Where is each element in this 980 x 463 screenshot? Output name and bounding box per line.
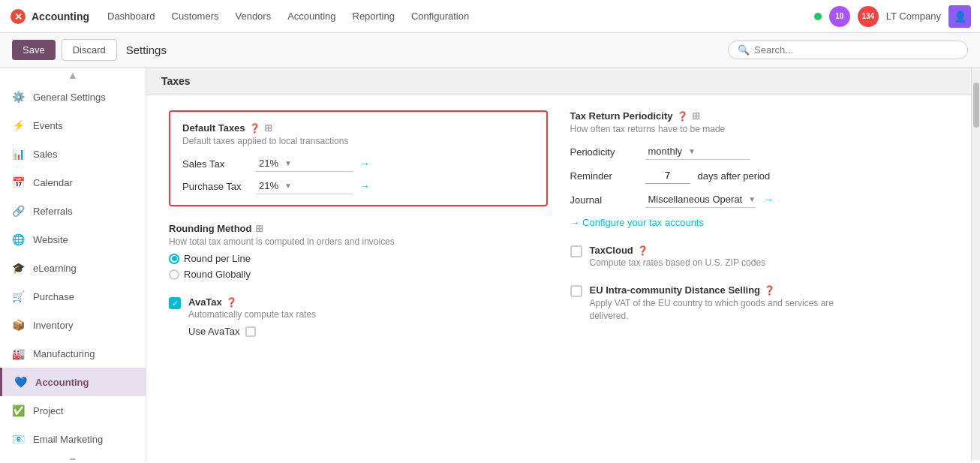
sidebar-label-purchase: Purchase (33, 291, 74, 302)
journal-row: Journal Miscellaneous Operat ▼ → (570, 191, 949, 208)
matrix-icon-tax-return[interactable]: ⊞ (692, 110, 700, 122)
purchase-tax-select[interactable]: 21% ▼ (256, 178, 353, 194)
status-indicator (814, 13, 822, 20)
periodicity-label: Periodicity (570, 146, 638, 158)
journal-arrow[interactable]: → (763, 194, 774, 206)
reminder-row: Reminder days after period (570, 167, 949, 184)
settings-grid: Default Taxes ❓ ⊞ Default taxes applied … (169, 110, 948, 337)
page-title: Settings (126, 44, 167, 56)
use-avatax-checkbox[interactable] (245, 326, 256, 337)
sidebar-item-elearning[interactable]: 🎓 eLearning (0, 254, 146, 282)
nav-configuration[interactable]: Configuration (404, 6, 476, 26)
section-header-taxes: Taxes (146, 68, 971, 95)
sidebar-scroll-up[interactable]: ▲ (0, 68, 146, 83)
sidebar-item-email-marketing[interactable]: 📧 Email Marketing (0, 425, 146, 453)
journal-label: Journal (570, 194, 638, 206)
periodicity-dropdown-icon[interactable]: ▼ (688, 147, 696, 155)
radio-circle-empty (169, 269, 179, 280)
radio-round-globally[interactable]: Round Globally (169, 269, 548, 280)
scrollbar-right[interactable] (971, 68, 980, 460)
sidebar-label-general-settings: General Settings (33, 92, 106, 103)
avatar[interactable]: 👤 (948, 5, 971, 28)
purchase-tax-arrow[interactable]: → (359, 180, 370, 192)
help-icon-default-taxes[interactable]: ❓ (249, 123, 260, 134)
matrix-icon-default-taxes[interactable]: ⊞ (264, 122, 272, 134)
project-icon: ✅ (11, 403, 26, 418)
periodicity-select[interactable]: monthly ▼ (645, 143, 750, 160)
nav-reporting[interactable]: Reporting (345, 6, 402, 26)
logo[interactable]: ✕ Accounting (9, 8, 89, 26)
eu-intra-title: EU Intra-community Distance Selling ❓ (590, 284, 852, 296)
app-name: Accounting (32, 11, 89, 23)
email-marketing-icon: 📧 (11, 431, 26, 446)
help-icon-eu-intra[interactable]: ❓ (764, 285, 775, 296)
discard-button[interactable]: Discard (62, 39, 117, 61)
sidebar-item-website[interactable]: 🌐 Website (0, 225, 146, 254)
sales-tax-arrow[interactable]: → (359, 158, 370, 170)
help-icon-avatax[interactable]: ❓ (226, 297, 237, 308)
sidebar-item-inventory[interactable]: 📦 Inventory (0, 311, 146, 339)
notification-badge-2[interactable]: 134 (858, 6, 879, 27)
periodicity-row: Periodicity monthly ▼ (570, 143, 949, 160)
sidebar-scroll-down[interactable]: ▼ (0, 453, 146, 460)
nav-dashboard[interactable]: Dashboard (100, 6, 163, 26)
scrollbar-thumb[interactable] (973, 83, 979, 128)
events-icon: ⚡ (11, 118, 26, 133)
notification-badge-1[interactable]: 10 (829, 6, 850, 27)
sales-tax-value: 21% (256, 155, 281, 171)
sales-tax-dropdown-icon[interactable]: ▼ (284, 159, 292, 167)
help-icon-taxcloud[interactable]: ❓ (637, 245, 648, 256)
reminder-input[interactable] (645, 167, 690, 184)
nav-vendors[interactable]: Vendors (227, 6, 278, 26)
main-layout: ▲ ⚙️ General Settings ⚡ Events 📊 Sales 📅… (0, 68, 980, 460)
taxcloud-subtitle: Compute tax rates based on U.S. ZIP code… (590, 257, 766, 268)
website-icon: 🌐 (11, 232, 26, 247)
general-settings-icon: ⚙️ (11, 89, 26, 104)
avatax-checkbox[interactable]: ✓ (169, 297, 181, 309)
journal-dropdown-icon[interactable]: ▼ (748, 195, 756, 203)
sidebar-item-accounting[interactable]: 💙 Accounting (0, 368, 146, 396)
topnav: ✕ Accounting Dashboard Customers Vendors… (0, 0, 980, 33)
sidebar-item-referrals[interactable]: 🔗 Referrals (0, 197, 146, 225)
default-taxes-title: Default Taxes ❓ ⊞ (182, 122, 534, 134)
sidebar-item-events[interactable]: ⚡ Events (0, 111, 146, 140)
purchase-tax-value: 21% (256, 178, 281, 194)
help-icon-tax-return[interactable]: ❓ (677, 111, 688, 122)
sidebar-label-events: Events (33, 120, 63, 131)
nav-menu: Dashboard Customers Vendors Accounting R… (100, 6, 811, 26)
accounting-icon: 💙 (13, 374, 28, 389)
sidebar-item-sales[interactable]: 📊 Sales (0, 140, 146, 168)
sidebar-label-calendar: Calendar (33, 177, 73, 188)
content-inner: Default Taxes ❓ ⊞ Default taxes applied … (146, 95, 971, 352)
configure-tax-accounts-link[interactable]: → Configure your tax accounts (570, 217, 704, 228)
save-button[interactable]: Save (12, 40, 56, 60)
reminder-label: Reminder (570, 170, 638, 182)
radio-round-per-line[interactable]: Round per Line (169, 253, 548, 264)
sidebar-label-sales: Sales (33, 149, 58, 160)
nav-customers[interactable]: Customers (164, 6, 227, 26)
eu-intra-checkbox[interactable] (570, 285, 582, 297)
purchase-tax-dropdown-icon[interactable]: ▼ (284, 182, 292, 190)
sales-icon: 📊 (11, 146, 26, 161)
journal-select[interactable]: Miscellaneous Operat ▼ (645, 191, 756, 208)
radio-group-rounding: Round per Line Round Globally (169, 253, 548, 280)
journal-value: Miscellaneous Operat (645, 191, 746, 207)
sidebar-item-general-settings[interactable]: ⚙️ General Settings (0, 83, 146, 111)
radio-circle-filled (169, 254, 179, 264)
taxcloud-checkbox[interactable] (570, 245, 582, 257)
sidebar-item-project[interactable]: ✅ Project (0, 396, 146, 425)
eu-intra-label-block: EU Intra-community Distance Selling ❓ Ap… (590, 284, 852, 323)
rounding-subtitle: How total tax amount is computed in orde… (169, 236, 548, 247)
sidebar-item-purchase[interactable]: 🛒 Purchase (0, 282, 146, 311)
search-input[interactable] (754, 44, 958, 56)
sidebar-item-calendar[interactable]: 📅 Calendar (0, 168, 146, 197)
matrix-icon-rounding[interactable]: ⊞ (255, 223, 263, 234)
taxcloud-block: TaxCloud ❓ Compute tax rates based on U.… (570, 245, 949, 268)
sidebar-item-manufacturing[interactable]: 🏭 Manufacturing (0, 339, 146, 368)
sales-tax-select[interactable]: 21% ▼ (256, 155, 353, 172)
nav-accounting[interactable]: Accounting (280, 6, 343, 26)
left-column: Default Taxes ❓ ⊞ Default taxes applied … (169, 110, 548, 337)
taxcloud-label-block: TaxCloud ❓ Compute tax rates based on U.… (590, 245, 766, 268)
sidebar-label-website: Website (33, 234, 68, 245)
content-area: Taxes Default Taxes ❓ ⊞ Default taxes ap… (146, 68, 971, 460)
